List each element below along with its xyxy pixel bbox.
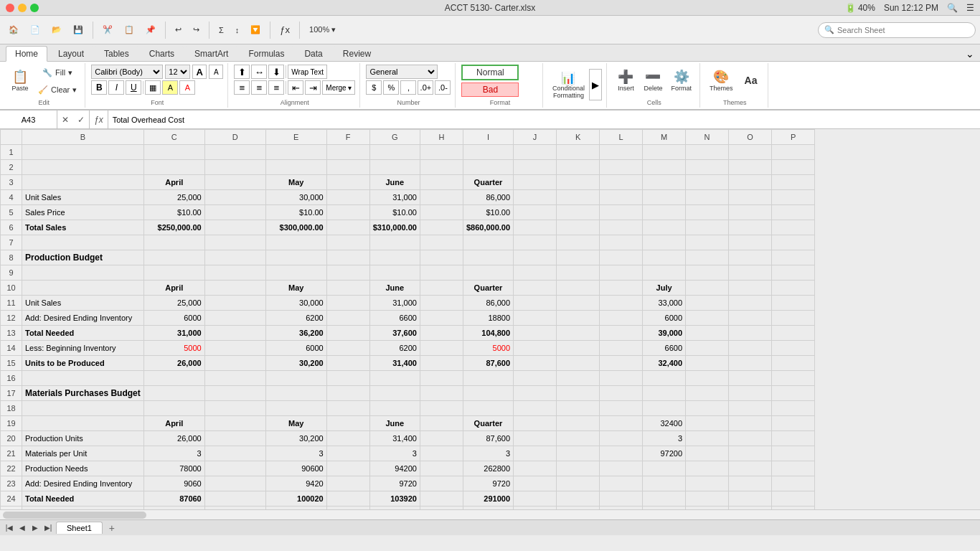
- table-cell[interactable]: [772, 190, 815, 205]
- table-cell[interactable]: [420, 431, 463, 446]
- table-cell[interactable]: [265, 145, 326, 160]
- font-decrease-btn[interactable]: A: [209, 65, 223, 79]
- table-cell[interactable]: Total Needed: [22, 326, 144, 341]
- table-cell[interactable]: [143, 235, 204, 250]
- conditional-formatting-btn[interactable]: 📊 ConditionalFormatting: [549, 67, 588, 102]
- table-cell[interactable]: Materials Purchases Budget: [22, 386, 144, 401]
- table-cell[interactable]: [643, 401, 686, 416]
- table-cell[interactable]: [326, 235, 369, 250]
- table-cell[interactable]: [686, 250, 729, 265]
- table-cell[interactable]: [143, 371, 204, 386]
- table-cell[interactable]: [772, 476, 815, 491]
- themes-btn[interactable]: 🎨 Themes: [706, 65, 737, 97]
- table-cell[interactable]: [326, 386, 369, 401]
- table-cell[interactable]: [643, 205, 686, 220]
- table-cell[interactable]: 5000: [463, 341, 513, 356]
- table-cell[interactable]: [514, 401, 557, 416]
- table-cell[interactable]: 37,600: [369, 326, 420, 341]
- table-cell[interactable]: [463, 235, 513, 250]
- table-cell[interactable]: [686, 326, 729, 341]
- table-cell[interactable]: [514, 476, 557, 491]
- table-cell[interactable]: [204, 341, 265, 356]
- table-cell[interactable]: $310,000.00: [369, 220, 420, 235]
- table-cell[interactable]: [600, 190, 643, 205]
- table-cell[interactable]: [557, 326, 600, 341]
- table-cell[interactable]: 32,400: [643, 356, 686, 371]
- table-cell[interactable]: [514, 160, 557, 175]
- table-cell[interactable]: [557, 341, 600, 356]
- table-cell[interactable]: [600, 311, 643, 326]
- table-cell[interactable]: 6200: [369, 341, 420, 356]
- table-cell[interactable]: [420, 265, 463, 281]
- table-cell[interactable]: 30,200: [265, 356, 326, 371]
- table-cell[interactable]: 291000: [463, 491, 513, 507]
- table-cell[interactable]: [729, 175, 772, 190]
- table-cell[interactable]: 3: [143, 446, 204, 461]
- table-cell[interactable]: [557, 175, 600, 190]
- table-cell[interactable]: [265, 235, 326, 250]
- table-cell[interactable]: 30,000: [265, 190, 326, 205]
- table-cell[interactable]: [643, 386, 686, 401]
- bold-btn[interactable]: B: [91, 80, 107, 95]
- table-cell[interactable]: 32400: [643, 416, 686, 431]
- tab-layout[interactable]: Layout: [49, 46, 93, 61]
- fx-button[interactable]: ƒx: [90, 110, 108, 128]
- table-cell[interactable]: [600, 296, 643, 311]
- table-cell[interactable]: [326, 416, 369, 431]
- table-cell[interactable]: [600, 326, 643, 341]
- table-cell[interactable]: [204, 326, 265, 341]
- col-header-m[interactable]: M: [643, 130, 686, 145]
- table-cell[interactable]: [686, 175, 729, 190]
- table-cell[interactable]: [686, 281, 729, 296]
- table-cell[interactable]: [420, 341, 463, 356]
- table-cell[interactable]: 30,200: [265, 431, 326, 446]
- table-cell[interactable]: [514, 311, 557, 326]
- normal-style-box[interactable]: Normal: [461, 65, 519, 80]
- filter-btn[interactable]: 🔽: [246, 20, 265, 40]
- zoom-btn[interactable]: 100% ▾: [305, 20, 340, 40]
- table-cell[interactable]: Production Needs: [22, 461, 144, 476]
- table-cell[interactable]: [369, 235, 420, 250]
- row-number[interactable]: 1: [1, 145, 22, 160]
- table-cell[interactable]: [514, 220, 557, 235]
- table-cell[interactable]: Quarter: [463, 175, 513, 190]
- home-btn[interactable]: 🏠: [4, 20, 23, 40]
- table-cell[interactable]: [326, 491, 369, 507]
- table-cell[interactable]: [729, 160, 772, 175]
- minimize-button[interactable]: [18, 4, 27, 12]
- table-cell[interactable]: 31,400: [369, 431, 420, 446]
- table-cell[interactable]: [557, 476, 600, 491]
- table-cell[interactable]: [420, 401, 463, 416]
- table-cell[interactable]: 5000: [143, 341, 204, 356]
- table-cell[interactable]: [600, 265, 643, 281]
- row-number[interactable]: 9: [1, 265, 22, 281]
- table-cell[interactable]: [514, 416, 557, 431]
- table-cell[interactable]: [326, 190, 369, 205]
- table-cell[interactable]: [420, 250, 463, 265]
- table-cell[interactable]: June: [369, 416, 420, 431]
- table-cell[interactable]: [420, 296, 463, 311]
- row-number[interactable]: 22: [1, 461, 22, 476]
- table-cell[interactable]: [204, 356, 265, 371]
- table-cell[interactable]: 33,000: [643, 296, 686, 311]
- table-cell[interactable]: [143, 145, 204, 160]
- table-cell[interactable]: [729, 205, 772, 220]
- table-cell[interactable]: [204, 296, 265, 311]
- sum-btn[interactable]: Σ: [215, 20, 228, 40]
- table-cell[interactable]: Quarter: [463, 281, 513, 296]
- table-cell[interactable]: [326, 175, 369, 190]
- table-cell[interactable]: [772, 296, 815, 311]
- cut-btn[interactable]: ✂️: [98, 20, 117, 40]
- number-format-select[interactable]: General Number Currency Percentage: [366, 65, 438, 79]
- table-cell[interactable]: $10.00: [265, 205, 326, 220]
- align-right-btn[interactable]: ≡: [268, 80, 284, 95]
- close-button[interactable]: [6, 4, 14, 12]
- table-cell[interactable]: [729, 265, 772, 281]
- table-cell[interactable]: [772, 356, 815, 371]
- table-cell[interactable]: [772, 220, 815, 235]
- table-cell[interactable]: April: [143, 175, 204, 190]
- table-cell[interactable]: [643, 461, 686, 476]
- table-cell[interactable]: [420, 205, 463, 220]
- name-box[interactable]: [0, 110, 57, 128]
- table-cell[interactable]: [143, 386, 204, 401]
